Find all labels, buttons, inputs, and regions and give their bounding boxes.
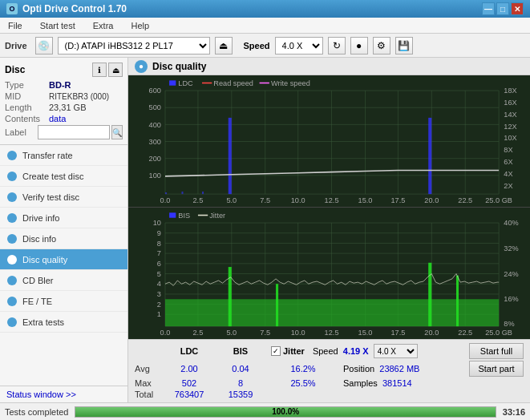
status-window-label: Status window >> [6, 390, 76, 399]
drive-info-icon [7, 213, 17, 223]
total-ldc: 763407 [164, 390, 215, 399]
svg-text:24%: 24% [504, 270, 518, 278]
disc-button[interactable]: ● [350, 37, 368, 55]
disc-eject-icon[interactable]: ⏏ [108, 63, 123, 77]
svg-text:15.0: 15.0 [358, 196, 373, 204]
disc-label-input[interactable] [38, 125, 110, 139]
jitter-checkbox[interactable]: ✓ [271, 346, 281, 356]
svg-text:10.0: 10.0 [291, 329, 305, 337]
max-ldc: 502 [164, 378, 215, 388]
maximize-button[interactable]: □ [496, 2, 509, 15]
status-window-button[interactable]: Status window >> [0, 386, 127, 402]
drive-icon-button[interactable]: 💿 [35, 37, 53, 55]
svg-text:20.0: 20.0 [424, 196, 439, 204]
svg-rect-105 [165, 299, 499, 326]
fe-te-label: FE / TE [22, 297, 52, 306]
settings-button[interactable]: ⚙ [373, 37, 390, 55]
toolbar: Drive 💿 (D:) ATAPI iHBS312 2 PL17 ⏏ Spee… [0, 34, 530, 58]
sidebar-item-cd-bler[interactable]: CD Bler [0, 270, 127, 291]
status-text: Tests completed [5, 407, 68, 417]
svg-text:BIS: BIS [178, 212, 190, 220]
svg-text:2X: 2X [504, 182, 513, 190]
sidebar-item-disc-quality[interactable]: Disc quality [0, 249, 127, 270]
stats-avg-row: Avg 2.00 0.04 16.2% Position 23862 MB St… [135, 361, 524, 377]
drive-select[interactable]: (D:) ATAPI iHBS312 2 PL17 [58, 37, 210, 55]
menu-file[interactable]: File [3, 19, 27, 32]
disc-quality-header: ● Disc quality [128, 58, 530, 75]
drive-label: Drive [5, 41, 27, 50]
disc-label-button[interactable]: 🔍 [111, 125, 123, 139]
svg-text:22.5: 22.5 [458, 329, 472, 337]
max-bis: 8 [215, 378, 266, 388]
sidebar-item-extra-tests[interactable]: Extra tests [0, 312, 127, 333]
svg-text:18X: 18X [504, 87, 517, 95]
sidebar-item-create-test-disc[interactable]: Create test disc [0, 166, 127, 187]
close-button[interactable]: ✕ [511, 2, 524, 15]
progress-bar: 100.0% [75, 406, 496, 418]
sidebar-item-fe-te[interactable]: FE / TE [0, 291, 127, 312]
svg-text:5.0: 5.0 [226, 329, 237, 337]
sidebar-item-drive-info[interactable]: Drive info [0, 208, 127, 228]
svg-text:2.5: 2.5 [193, 329, 204, 337]
stats-max-row: Max 502 8 25.5% Samples 381514 [135, 378, 524, 388]
svg-text:6: 6 [157, 260, 161, 268]
svg-rect-108 [428, 263, 431, 326]
svg-text:Jitter: Jitter [209, 212, 225, 220]
svg-rect-48 [181, 192, 183, 194]
disc-contents-row: Contents data [5, 114, 123, 123]
sidebar-item-transfer-rate[interactable]: Transfer rate [0, 145, 127, 166]
sidebar-item-verify-test-disc[interactable]: Verify test disc [0, 187, 127, 208]
svg-rect-109 [456, 276, 459, 326]
svg-text:300: 300 [149, 138, 161, 146]
svg-rect-45 [229, 118, 232, 194]
start-full-button[interactable]: Start full [469, 343, 524, 359]
svg-text:16%: 16% [504, 295, 518, 303]
menu-extra[interactable]: Extra [88, 19, 119, 32]
svg-text:Read speed: Read speed [213, 79, 253, 87]
avg-label: Avg [135, 364, 164, 374]
total-bis: 15359 [215, 390, 266, 399]
svg-rect-110 [169, 212, 176, 217]
transfer-rate-icon [7, 151, 17, 160]
eject-button[interactable]: ⏏ [215, 37, 233, 55]
svg-text:9: 9 [157, 229, 161, 237]
disc-info-icon[interactable]: ℹ [92, 63, 107, 77]
svg-text:10X: 10X [504, 134, 517, 142]
menubar: File Start test Extra Help [0, 18, 530, 34]
speed-select-stats[interactable]: 4.0 X [374, 344, 418, 358]
svg-text:12X: 12X [504, 123, 517, 131]
svg-text:6X: 6X [504, 158, 513, 166]
sidebar-item-disc-info[interactable]: Disc info [0, 228, 127, 249]
svg-rect-0 [128, 75, 530, 207]
svg-text:8X: 8X [504, 146, 513, 154]
svg-rect-107 [276, 284, 278, 326]
menu-start-test[interactable]: Start test [35, 19, 80, 32]
svg-text:4: 4 [157, 280, 161, 288]
svg-rect-50 [169, 80, 176, 85]
create-test-disc-label: Create test disc [22, 172, 83, 181]
svg-text:20.0: 20.0 [424, 329, 439, 337]
svg-text:0.0: 0.0 [160, 196, 171, 204]
svg-text:40%: 40% [504, 219, 518, 227]
menu-help[interactable]: Help [126, 19, 154, 32]
total-label: Total [135, 390, 164, 399]
progress-text: 100.0% [75, 407, 495, 417]
svg-rect-46 [428, 118, 431, 194]
svg-text:8%: 8% [504, 320, 514, 328]
minimize-button[interactable]: — [482, 2, 495, 15]
svg-text:2.5: 2.5 [193, 196, 204, 204]
position-row: Position 23862 MB [343, 364, 419, 374]
start-part-button[interactable]: Start part [469, 361, 524, 377]
cd-bler-label: CD Bler [22, 276, 54, 285]
position-value: 23862 MB [379, 364, 419, 374]
svg-text:16X: 16X [504, 99, 517, 107]
svg-text:7.5: 7.5 [260, 329, 270, 337]
save-button[interactable]: 💾 [395, 37, 413, 55]
speed-header: Speed 4.19 X [313, 346, 369, 356]
speed-select[interactable]: 4.0 X [275, 37, 323, 55]
refresh-button[interactable]: ↻ [328, 37, 346, 55]
svg-rect-49 [202, 192, 204, 194]
disc-quality-header-icon: ● [135, 60, 148, 73]
svg-text:600: 600 [149, 87, 161, 95]
svg-text:25.0 GB: 25.0 GB [485, 329, 512, 337]
